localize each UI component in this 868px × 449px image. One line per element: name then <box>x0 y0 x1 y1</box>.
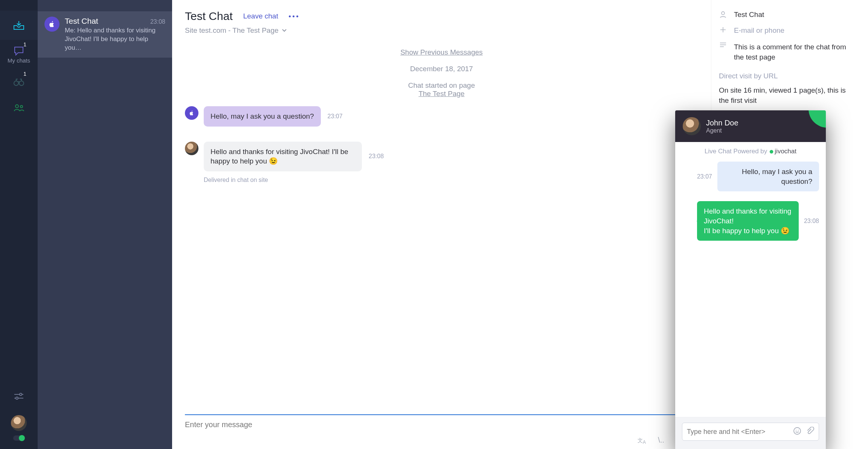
nav-visitors-badge: 1 <box>23 71 26 77</box>
nav-profile-avatar[interactable] <box>11 415 27 431</box>
sliders-icon <box>14 392 24 400</box>
message-time: 23:07 <box>328 113 343 120</box>
widget-message-agent: 23:08 Hello and thanks for visiting Jivo… <box>682 201 819 241</box>
chat-started-block: Chat started on page The Test Page <box>185 81 698 98</box>
inbox-icon <box>13 20 24 30</box>
visit-source: Direct visit by URL <box>719 72 853 80</box>
visitor-bubble: Hello, may I ask you a question? <box>204 106 321 127</box>
widget-agent-avatar <box>683 117 701 135</box>
visit-stats: On site 16 min, viewed 1 page(s), this i… <box>719 86 853 105</box>
nav-inbox[interactable] <box>0 11 38 40</box>
nav-status-toggle[interactable] <box>13 435 24 441</box>
widget-agent-name: John Doe <box>706 119 738 127</box>
visitor-avatar <box>185 106 198 120</box>
chat-list-item[interactable]: Test Chat 23:08 Me: Hello and thanks for… <box>38 11 172 58</box>
svg-point-2 <box>15 105 18 108</box>
compose-input[interactable] <box>185 420 698 429</box>
conversation-menu[interactable] <box>289 15 301 17</box>
chat-item-time: 23:08 <box>150 18 165 25</box>
date-separator: December 18, 2017 <box>185 65 698 73</box>
widget-agent-bubble: Hello and thanks for visiting JivoChat! … <box>697 201 799 241</box>
detail-name[interactable]: Test Chat <box>734 11 764 19</box>
conversation-header: Test Chat Leave chat Site test.com - The… <box>172 0 711 37</box>
nav-team[interactable] <box>0 95 38 121</box>
visitor-chat-widget: John Doe Agent Live Chat Powered by ●jiv… <box>675 110 826 449</box>
emoji-icon[interactable] <box>793 427 801 437</box>
show-previous-link[interactable]: Show Previous Messages <box>400 48 483 56</box>
widget-agent-role: Agent <box>706 127 738 134</box>
svg-point-5 <box>20 393 22 396</box>
conversation-source-line[interactable]: Site test.com - The Test Page <box>185 26 698 35</box>
nav-settings[interactable] <box>0 387 38 405</box>
chat-list: Test Chat 23:08 Me: Hello and thanks for… <box>38 0 172 449</box>
team-icon <box>14 104 24 112</box>
shortcut-icon[interactable]: \.. <box>658 436 664 444</box>
svg-point-21 <box>798 430 799 431</box>
person-icon <box>719 11 727 18</box>
chat-started-page-link[interactable]: The Test Page <box>418 90 464 98</box>
svg-point-19 <box>794 428 801 434</box>
delivery-status: Delivered in chat on site <box>204 177 698 183</box>
conversation-pane: Test Chat Leave chat Site test.com - The… <box>172 0 711 449</box>
translate-icon[interactable]: 文A <box>638 436 647 444</box>
chat-item-preview: Me: Hello and thanks for visiting JivoCh… <box>65 26 165 52</box>
widget-corner-accent <box>809 110 826 128</box>
leave-chat-link[interactable]: Leave chat <box>243 12 278 20</box>
message-time: 23:08 <box>369 153 384 160</box>
svg-text:A: A <box>643 440 646 444</box>
svg-point-13 <box>722 12 725 15</box>
nav-my-chats[interactable]: 1 My chats <box>0 40 38 69</box>
chat-item-avatar <box>44 17 59 32</box>
widget-compose <box>675 417 826 449</box>
agent-bubble: Hello and thanks for visiting JivoChat! … <box>204 142 362 171</box>
widget-header: John Doe Agent <box>675 110 826 142</box>
detail-comment[interactable]: This is a comment for the chat from the … <box>734 42 853 62</box>
attach-icon[interactable] <box>806 427 814 437</box>
chevron-down-icon <box>282 29 287 32</box>
notes-icon <box>719 42 727 47</box>
nav-rail: 1 My chats 1 <box>0 0 38 449</box>
conversation-title: Test Chat <box>185 10 233 23</box>
svg-point-7 <box>16 397 18 399</box>
plus-icon <box>720 26 726 33</box>
binoculars-icon <box>13 78 24 86</box>
widget-visitor-bubble: Hello, may I ask you a question? <box>717 162 819 191</box>
svg-point-20 <box>796 430 796 431</box>
svg-point-3 <box>20 105 23 108</box>
widget-compose-input[interactable] <box>687 428 789 436</box>
detail-contact-placeholder[interactable]: E-mail or phone <box>734 26 784 35</box>
agent-avatar <box>185 142 198 155</box>
chat-item-title: Test Chat <box>65 17 98 26</box>
compose-toolbar: 文A \.. <box>172 431 711 449</box>
widget-message-visitor: 23:07 Hello, may I ask you a question? <box>682 162 819 191</box>
apple-icon <box>49 21 55 27</box>
message-row-visitor: Hello, may I ask you a question? 23:07 <box>185 106 698 127</box>
svg-text:文: 文 <box>638 437 643 443</box>
widget-powered-by[interactable]: Live Chat Powered by ●jivochat <box>675 142 826 159</box>
apple-icon <box>189 110 194 116</box>
nav-my-chats-label: My chats <box>8 57 30 64</box>
nav-visitors[interactable]: 1 <box>0 69 38 95</box>
message-row-agent: Hello and thanks for visiting JivoChat! … <box>185 142 698 171</box>
chat-bubble-icon <box>14 46 24 56</box>
nav-my-chats-badge: 1 <box>23 41 26 47</box>
